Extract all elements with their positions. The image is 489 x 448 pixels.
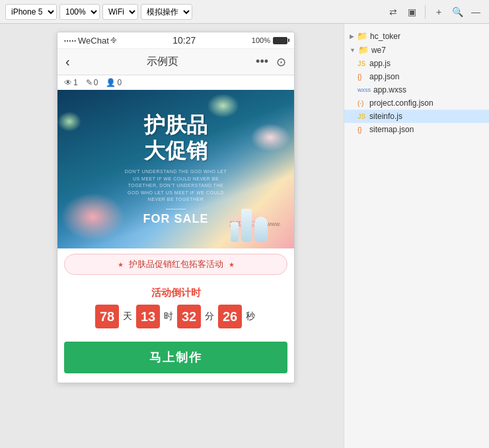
- file-tree-item[interactable]: ▼ 📁 we7: [344, 43, 489, 57]
- window-button[interactable]: ▣: [404, 4, 420, 20]
- promo-star-right: ★: [229, 261, 235, 268]
- file-sidebar: ▶ 📁 hc_toker ▼ 📁 we7 JS app.js {} app.js…: [344, 24, 489, 448]
- main-area: ••••• WeChat 令 10:27 100% ‹ 示例页 ••• ⊙: [0, 24, 489, 448]
- eye-stat: 👁 1: [64, 78, 78, 87]
- cta-button[interactable]: 马上制作: [64, 342, 287, 373]
- eye-count: 1: [73, 78, 78, 87]
- status-bar: ••••• WeChat 令 10:27 100%: [57, 32, 294, 49]
- folder-name: we7: [371, 46, 386, 55]
- file-name: project.config.json: [369, 98, 433, 108]
- edit-stat: ✎ 0: [86, 78, 98, 87]
- banner-subtitle: DON'T UNDERSTAND THE GOD WHO LET US MEET…: [123, 168, 229, 204]
- file-name: app.wxss: [373, 85, 406, 94]
- file-tree-item[interactable]: ▶ 📁 hc_toker: [344, 29, 489, 43]
- toolbar: iPhone 5 100% WiFi 模拟操作 ⇄ ▣ + 🔍 —: [0, 0, 489, 24]
- file-tree-item[interactable]: JS app.js: [344, 57, 489, 70]
- edit-count: 0: [94, 78, 98, 87]
- countdown-minutes-label: 分: [205, 311, 214, 322]
- battery-percent: 100%: [252, 36, 270, 44]
- user-icon: 👤: [106, 78, 116, 87]
- countdown-hours-num: 13: [136, 305, 160, 328]
- user-count: 0: [117, 78, 122, 87]
- file-tree-item[interactable]: wxss app.wxss: [344, 83, 489, 96]
- rotate-button[interactable]: ⇄: [385, 4, 401, 20]
- js-file-icon: JS: [357, 113, 367, 120]
- bottle-tall: [241, 209, 252, 242]
- wifi-icon: 令: [110, 36, 117, 45]
- nav-right: ••• ⊙: [256, 55, 286, 69]
- countdown-days-num: 78: [95, 305, 119, 328]
- countdown-seconds-num: 26: [218, 305, 242, 328]
- promo-text: 护肤品促销红包拓客活动: [129, 258, 223, 270]
- network-selector[interactable]: WiFi: [102, 4, 138, 20]
- folder-name: hc_toker: [370, 32, 400, 41]
- back-button[interactable]: ‹: [65, 54, 70, 69]
- nav-target-icon[interactable]: ⊙: [276, 55, 286, 69]
- nav-dots-icon[interactable]: •••: [256, 55, 268, 69]
- countdown-days-label: 天: [123, 311, 132, 322]
- promo-banner: ★ 护肤品促销红包拓客活动 ★: [64, 254, 287, 275]
- banner: 护肤品 大促销 DON'T UNDERSTAND THE GOD WHO LET…: [57, 90, 294, 248]
- banner-title: 护肤品 大促销: [123, 112, 229, 163]
- banner-for-sale: FOR SALE: [123, 212, 229, 226]
- cta-section: 马上制作: [57, 335, 294, 383]
- countdown-row: 78 天 13 时 32 分 26 秒: [64, 305, 287, 328]
- countdown-section: 活动倒计时 78 天 13 时 32 分 26 秒: [57, 280, 294, 335]
- battery-icon: [273, 37, 287, 44]
- file-tree-item[interactable]: {} app.json: [344, 70, 489, 83]
- chevron-right-icon: ▶: [350, 33, 354, 40]
- file-name: app.json: [369, 72, 399, 81]
- status-left: ••••• WeChat 令: [64, 36, 117, 46]
- file-tree-item-active[interactable]: JS siteinfo.js: [344, 110, 489, 123]
- eye-icon: 👁: [64, 78, 72, 87]
- folder-icon: 📁: [357, 31, 367, 41]
- file-tree-item[interactable]: (·) project.config.json: [344, 96, 489, 110]
- add-button[interactable]: +: [431, 4, 447, 20]
- bottle-medium: [254, 217, 268, 242]
- json-file-icon: (·): [357, 100, 367, 107]
- more-button[interactable]: —: [468, 4, 484, 20]
- edit-icon: ✎: [86, 78, 93, 87]
- stats-row: 👁 1 ✎ 0 👤 0: [57, 75, 294, 90]
- status-right: 100%: [252, 36, 287, 44]
- bottle-short: [231, 222, 239, 242]
- js-file-icon: JS: [357, 60, 367, 67]
- user-stat: 👤 0: [106, 78, 122, 87]
- file-name: siteinfo.js: [369, 112, 402, 121]
- banner-text: 护肤品 大促销 DON'T UNDERSTAND THE GOD WHO LET…: [123, 112, 229, 225]
- search-button[interactable]: 🔍: [449, 4, 465, 20]
- toolbar-divider: [425, 5, 426, 19]
- status-time: 10:27: [172, 35, 196, 46]
- file-name: sitemap.json: [369, 125, 414, 134]
- countdown-title: 活动倒计时: [64, 287, 287, 299]
- banner-products: [231, 209, 268, 242]
- nav-title: 示例页: [147, 55, 178, 69]
- promo-star-left: ★: [118, 261, 124, 268]
- json-file-icon: {}: [357, 126, 367, 133]
- chevron-down-icon: ▼: [350, 47, 356, 54]
- countdown-seconds-label: 秒: [246, 311, 255, 322]
- countdown-minutes-num: 32: [177, 305, 201, 328]
- wxss-file-icon: wxss: [357, 87, 371, 93]
- mode-selector[interactable]: 模拟操作: [141, 4, 192, 20]
- banner-divider: [166, 209, 186, 209]
- folder-icon: 📁: [358, 45, 369, 55]
- signal-dots: •••••: [64, 38, 77, 44]
- nav-bar: ‹ 示例页 ••• ⊙: [57, 49, 294, 75]
- file-tree-item[interactable]: {} sitemap.json: [344, 123, 489, 136]
- json-file-icon: {}: [357, 73, 367, 81]
- file-name: app.js: [369, 59, 391, 68]
- device-selector[interactable]: iPhone 5: [5, 4, 57, 20]
- countdown-hours-label: 时: [164, 311, 173, 322]
- phone-frame: ••••• WeChat 令 10:27 100% ‹ 示例页 ••• ⊙: [57, 32, 295, 383]
- phone-area: ••••• WeChat 令 10:27 100% ‹ 示例页 ••• ⊙: [0, 24, 344, 448]
- zoom-selector[interactable]: 100%: [59, 4, 100, 20]
- app-name: WeChat: [78, 36, 109, 46]
